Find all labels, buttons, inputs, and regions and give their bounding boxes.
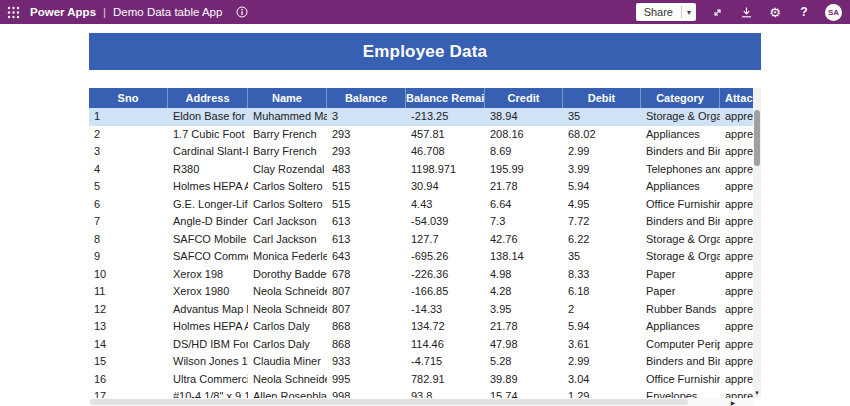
table-cell: 6.18 <box>563 283 641 301</box>
table-cell: Xerox 1980 <box>168 283 248 301</box>
table-cell: 4 <box>89 161 168 179</box>
table-cell: appres: <box>720 318 753 336</box>
fit-to-screen-icon[interactable] <box>709 4 725 20</box>
table-cell: Holmes HEPA Ai... <box>168 318 248 336</box>
table-cell: 5.28 <box>485 353 563 371</box>
table-cell: -226.36 <box>406 266 485 284</box>
column-header[interactable]: Balance <box>327 88 406 108</box>
table-row[interactable]: 12Advantus Map P...Neola Schneider807-14… <box>89 301 753 319</box>
table-cell: 7.3 <box>485 213 563 231</box>
horizontal-scrollbar[interactable]: ▶ <box>89 398 753 406</box>
app-header: Power Apps | Demo Data table App Share ▾ <box>0 0 850 24</box>
table-row[interactable]: 9SAFCO Commer...Monica Federle643-695.26… <box>89 248 753 266</box>
table-cell: 2.99 <box>563 353 641 371</box>
avatar[interactable]: SA <box>825 4 842 21</box>
table-cell: 47.98 <box>485 336 563 354</box>
settings-icon[interactable]: ⚙ <box>767 4 783 20</box>
table-cell: 807 <box>327 301 406 319</box>
table-cell: 868 <box>327 336 406 354</box>
scroll-down-button[interactable]: ▼ <box>753 388 761 398</box>
table-cell: Carlos Soltero <box>248 178 327 196</box>
table-cell: 42.76 <box>485 231 563 249</box>
table-cell: 4.28 <box>485 283 563 301</box>
info-icon[interactable] <box>236 6 248 18</box>
table-cell: appres: <box>720 143 753 161</box>
table-cell: Neola Schneider <box>248 301 327 319</box>
table-row[interactable]: 13Holmes HEPA Ai...Carlos Daly868134.722… <box>89 318 753 336</box>
column-header[interactable]: Sno <box>89 88 168 108</box>
table-row[interactable]: 6G.E. Longer-Life ...Carlos Soltero5154.… <box>89 196 753 214</box>
table-cell: Paper <box>641 266 720 284</box>
table-cell: appres: <box>720 196 753 214</box>
table-cell: appres: <box>720 161 753 179</box>
table-cell: 93.8 <box>406 388 485 398</box>
table-cell: 4.95 <box>563 196 641 214</box>
table-row[interactable]: 11Xerox 1980Neola Schneider807-166.854.2… <box>89 283 753 301</box>
column-header[interactable]: Attachments <box>720 88 753 108</box>
app-launcher-icon[interactable] <box>0 0 26 24</box>
help-icon[interactable]: ? <box>796 4 812 20</box>
table-cell: 195.99 <box>485 161 563 179</box>
table-row[interactable]: 8SAFCO Mobile D...Carl Jackson613127.742… <box>89 231 753 249</box>
table-cell: Paper <box>641 283 720 301</box>
horizontal-scroll-thumb[interactable] <box>90 399 688 405</box>
table-cell: Dorothy Badders <box>248 266 327 284</box>
column-header[interactable]: Credit <box>485 88 563 108</box>
table-cell: Eldon Base for s... <box>168 108 248 126</box>
table-cell: Angle-D Binders ... <box>168 213 248 231</box>
vertical-scroll-thumb[interactable] <box>754 110 760 166</box>
table-cell: Telephones and ... <box>641 161 720 179</box>
table-row[interactable]: 3Cardinal Slant-D...Barry French29346.70… <box>89 143 753 161</box>
table-cell: appres: <box>720 248 753 266</box>
table-cell: Appliances <box>641 178 720 196</box>
table-cell: 7.72 <box>563 213 641 231</box>
brand-title: Power Apps <box>30 6 96 18</box>
app-name: Demo Data table App <box>113 6 222 18</box>
table-cell: -14.33 <box>406 301 485 319</box>
column-header[interactable]: Name <box>248 88 327 108</box>
table-cell: Advantus Map P... <box>168 301 248 319</box>
table-cell: 5.94 <box>563 318 641 336</box>
table-cell: Carl Jackson <box>248 231 327 249</box>
table-cell: appres: <box>720 178 753 196</box>
table-row[interactable]: 7Angle-D Binders ...Carl Jackson613-54.0… <box>89 213 753 231</box>
table-cell: 8 <box>89 231 168 249</box>
table-cell: G.E. Longer-Life ... <box>168 196 248 214</box>
chevron-down-icon[interactable]: ▾ <box>682 8 696 17</box>
table-cell: 3 <box>89 143 168 161</box>
table-cell: -695.26 <box>406 248 485 266</box>
table-row[interactable]: 10Xerox 198Dorothy Badders678-226.364.98… <box>89 266 753 284</box>
table-cell: appres: <box>720 353 753 371</box>
vertical-scrollbar[interactable]: ▼ <box>753 88 761 398</box>
table-row[interactable]: 15Wilson Jones 1" ...Claudia Miner933-4.… <box>89 353 753 371</box>
table-row[interactable]: 4R380Clay Rozendal4831198.971195.993.99T… <box>89 161 753 179</box>
column-header[interactable]: Category <box>641 88 720 108</box>
table-row[interactable]: 17#10-4 1/8" x 9 1/...Allen Rosenblatt99… <box>89 388 753 398</box>
table-row[interactable]: 1Eldon Base for s...Muhammed Ma...3-213.… <box>89 108 753 126</box>
table-row[interactable]: 14DS/HD IBM For...Carlos Daly868114.4647… <box>89 336 753 354</box>
scroll-right-button[interactable]: ▶ <box>727 398 739 406</box>
table-cell: R380 <box>168 161 248 179</box>
column-header[interactable]: Address <box>168 88 248 108</box>
table-cell: #10-4 1/8" x 9 1/... <box>168 388 248 398</box>
table-cell: 208.16 <box>485 126 563 144</box>
column-header[interactable]: Debit <box>563 88 641 108</box>
table-row[interactable]: 21.7 Cubic Foot C...Barry French293457.8… <box>89 126 753 144</box>
table-row[interactable]: 5Holmes HEPA Ai...Carlos Soltero51530.94… <box>89 178 753 196</box>
table-cell: 15.74 <box>485 388 563 398</box>
table-cell: 12 <box>89 301 168 319</box>
table-row[interactable]: 16Ultra Commerci...Neola Schneider995782… <box>89 371 753 389</box>
column-header[interactable]: Balance Remaini... <box>406 88 485 108</box>
share-button[interactable]: Share ▾ <box>636 3 696 21</box>
table-cell: 643 <box>327 248 406 266</box>
table-cell: Xerox 198 <box>168 266 248 284</box>
download-icon[interactable] <box>738 4 754 20</box>
table-cell: 21.78 <box>485 318 563 336</box>
table-cell: 293 <box>327 126 406 144</box>
table-cell: 11 <box>89 283 168 301</box>
table-cell: 1198.971 <box>406 161 485 179</box>
table-cell: Holmes HEPA Ai... <box>168 178 248 196</box>
table-cell: 613 <box>327 231 406 249</box>
table-cell: 3.61 <box>563 336 641 354</box>
table-cell: appres: <box>720 126 753 144</box>
